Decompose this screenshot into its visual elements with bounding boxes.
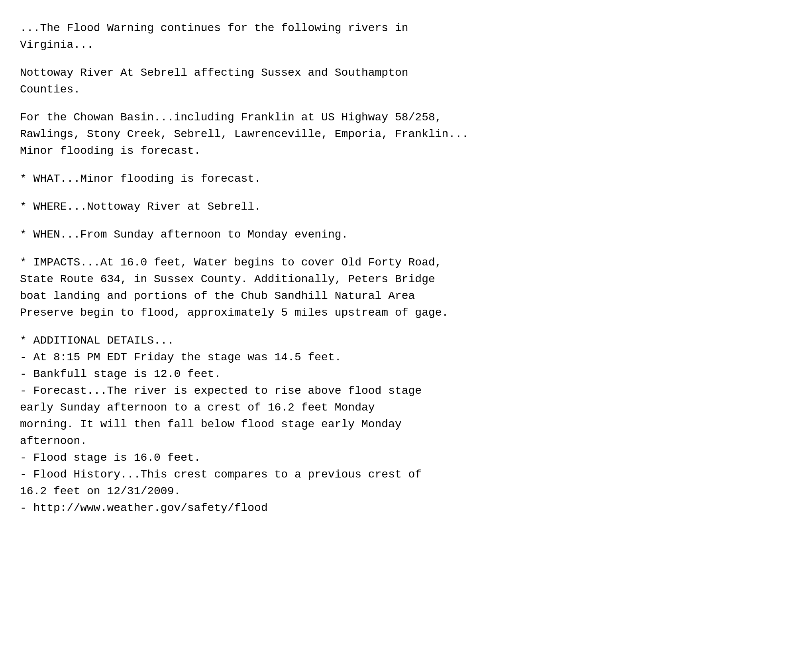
additional-details-section: * ADDITIONAL DETAILS... - At 8:15 PM EDT…: [20, 332, 773, 517]
chowan-basin: For the Chowan Basin...including Frankli…: [20, 109, 773, 159]
forecast-detail: - Forecast...The river is expected to ri…: [20, 383, 773, 450]
flood-warning-intro: ...The Flood Warning continues for the f…: [20, 20, 773, 53]
flood-history: - Flood History...This crest compares to…: [20, 466, 773, 500]
bankfull-stage: - Bankfull stage is 12.0 feet.: [20, 366, 773, 383]
river-location: Nottoway River At Sebrell affecting Suss…: [20, 65, 773, 98]
stage-reading: - At 8:15 PM EDT Friday the stage was 14…: [20, 349, 773, 366]
main-content: ...The Flood Warning continues for the f…: [8, 12, 785, 525]
when-section: * WHEN...From Sunday afternoon to Monday…: [20, 226, 773, 243]
additional-details-header: * ADDITIONAL DETAILS...: [20, 332, 773, 349]
where-section: * WHERE...Nottoway River at Sebrell.: [20, 198, 773, 215]
impacts-section: * IMPACTS...At 16.0 feet, Water begins t…: [20, 254, 773, 321]
safety-link[interactable]: - http://www.weather.gov/safety/flood: [20, 500, 773, 517]
what-section: * WHAT...Minor flooding is forecast.: [20, 171, 773, 187]
flood-stage: - Flood stage is 16.0 feet.: [20, 450, 773, 466]
